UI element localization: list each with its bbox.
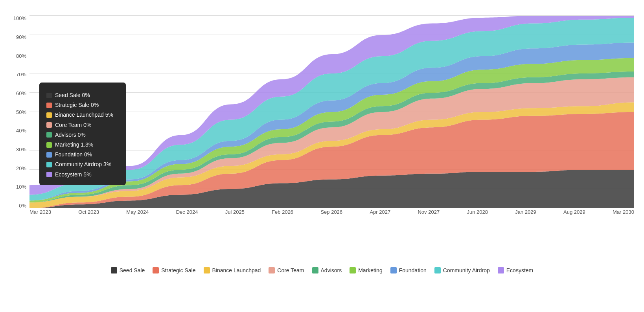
legend-item: Foundation <box>390 267 427 273</box>
x-axis-label: May 2024 <box>126 209 149 215</box>
legend-item: Advisors <box>312 267 342 273</box>
legend-label: Ecosystem <box>506 267 533 273</box>
legend-swatch <box>153 267 159 273</box>
y-axis-label: 90% <box>16 35 26 40</box>
x-axis-label: Mar 2030 <box>613 209 634 215</box>
tooltip-row: Core Team 0% <box>46 120 119 130</box>
y-axis-label: 50% <box>16 110 26 115</box>
legend-swatch <box>390 267 397 273</box>
tooltip-row: Marketing 1.3% <box>46 140 119 150</box>
x-axis-label: Aug 2029 <box>563 209 585 215</box>
x-axis-label: Sep 2026 <box>320 209 342 215</box>
y-axis-label: 30% <box>16 147 26 152</box>
legend-container: Seed SaleStrategic SaleBinance Launchpad… <box>8 267 636 273</box>
legend-item: Seed Sale <box>111 267 145 273</box>
legend-swatch <box>312 267 318 273</box>
y-axis-label: 60% <box>16 91 26 96</box>
legend-label: Strategic Sale <box>161 267 195 273</box>
legend-swatch <box>204 267 210 273</box>
legend-swatch <box>350 267 356 273</box>
x-axis-label: Jul 2025 <box>225 209 245 215</box>
legend-swatch <box>498 267 504 273</box>
x-axis-label: Nov 2027 <box>418 209 440 215</box>
legend-label: Core Team <box>277 267 304 273</box>
legend-item: Community Airdrop <box>434 267 490 273</box>
legend-swatch <box>111 267 117 273</box>
tooltip-row: Foundation 0% <box>46 150 119 160</box>
tooltip-row: Community Airdrop 3% <box>46 160 119 169</box>
y-axis-label: 10% <box>16 184 26 189</box>
y-axis-label: 100% <box>13 16 26 21</box>
x-axis-label: Oct 2023 <box>78 209 99 215</box>
legend-label: Marketing <box>358 267 382 273</box>
legend-swatch <box>269 267 275 273</box>
tooltip-row: Seed Sale 0% <box>46 90 119 100</box>
y-axis: 0%10%20%30%40%50%60%70%80%90%100% <box>8 16 29 208</box>
legend-label: Advisors <box>321 267 342 273</box>
tooltip-row: Binance Launchpad 5% <box>46 110 119 120</box>
x-axis-label: Mar 2023 <box>29 209 51 215</box>
x-axis-label: Jun 2028 <box>467 209 488 215</box>
legend-item: Marketing <box>350 267 382 273</box>
legend-label: Community Airdrop <box>443 267 490 273</box>
x-axis-label: Jan 2029 <box>515 209 536 215</box>
legend-label: Seed Sale <box>120 267 145 273</box>
y-axis-label: 40% <box>16 128 26 133</box>
legend-item: Binance Launchpad <box>204 267 261 273</box>
legend-swatch <box>434 267 441 273</box>
legend-label: Foundation <box>399 267 427 273</box>
x-axis-label: Apr 2027 <box>370 209 390 215</box>
x-axis-label: Feb 2026 <box>272 209 293 215</box>
tooltip-row: Ecosystem 5% <box>46 170 119 180</box>
legend-item: Ecosystem <box>498 267 533 273</box>
legend-item: Strategic Sale <box>153 267 195 273</box>
legend-item: Core Team <box>269 267 304 273</box>
y-axis-label: 20% <box>16 166 26 171</box>
tooltip-row: Advisors 0% <box>46 130 119 140</box>
y-axis-label: 70% <box>16 72 26 77</box>
tooltip-row: Strategic Sale 0% <box>46 100 119 110</box>
x-axis-label: Dec 2024 <box>176 209 198 215</box>
tooltip: Seed Sale 0%Strategic Sale 0%Binance Lau… <box>39 83 126 185</box>
y-axis-label: 80% <box>16 53 26 59</box>
legend-label: Binance Launchpad <box>212 267 261 273</box>
y-axis-label: 0% <box>19 203 26 208</box>
chart-container: 0%10%20%30%40%50%60%70%80%90%100% Mar 20… <box>8 16 636 244</box>
x-axis: Mar 2023Oct 2023May 2024Dec 2024Jul 2025… <box>29 209 634 215</box>
